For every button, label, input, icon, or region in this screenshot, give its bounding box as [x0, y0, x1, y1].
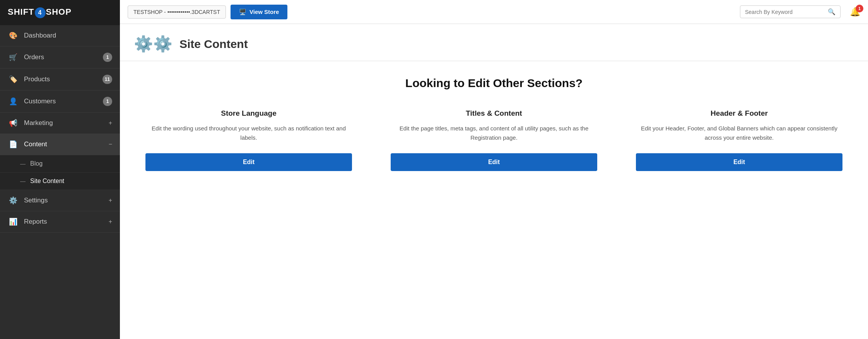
content-icon: 📄: [8, 140, 19, 149]
customers-icon: 👤: [8, 97, 19, 106]
search-input[interactable]: [745, 9, 828, 15]
main-area: TESTSHOP - ••••••••••••.3DCARTST 🖥️ View…: [120, 0, 868, 339]
products-icon: 🏷️: [8, 75, 19, 84]
topbar: TESTSHOP - ••••••••••••.3DCARTST 🖥️ View…: [120, 0, 868, 24]
sidebar-label-site-content: Site Content: [30, 178, 64, 185]
store-url-button[interactable]: TESTSHOP - ••••••••••••.3DCARTST: [128, 5, 226, 19]
notification-button[interactable]: 🔔 1: [850, 7, 860, 17]
sidebar-label-orders: Orders: [24, 53, 103, 61]
sidebar-item-orders[interactable]: 🛒 Orders 1: [0, 46, 120, 68]
cards-grid: Store Language Edit the wording used thr…: [134, 105, 854, 179]
logo-part2: SHOP: [46, 7, 72, 17]
sidebar-label-settings: Settings: [24, 197, 106, 204]
sidebar-item-blog[interactable]: — Blog: [0, 155, 120, 173]
reports-expand: +: [109, 218, 112, 225]
content-expand: −: [109, 141, 112, 148]
card-store-language-edit-button[interactable]: Edit: [145, 153, 352, 171]
orders-icon: 🛒: [8, 53, 19, 62]
card-titles-content-edit-button[interactable]: Edit: [391, 153, 597, 171]
logo: SHIFT4SHOP: [0, 0, 120, 25]
products-badge: 11: [103, 75, 112, 84]
view-store-label: View Store: [249, 9, 279, 15]
sidebar-item-settings[interactable]: ⚙️ Settings +: [0, 190, 120, 211]
card-header-footer: Header & Footer Edit your Header, Footer…: [624, 105, 854, 179]
sidebar-item-content[interactable]: 📄 Content −: [0, 134, 120, 155]
card-titles-content: Titles & Content Edit the page titles, m…: [379, 105, 609, 179]
search-box: 🔍: [740, 5, 841, 18]
reports-icon: 📊: [8, 217, 19, 226]
sidebar-label-customers: Customers: [24, 98, 103, 105]
sidebar: SHIFT4SHOP 🎨 Dashboard 🛒 Orders 1 🏷️ Pro…: [0, 0, 120, 339]
sidebar-item-marketing[interactable]: 📢 Marketing +: [0, 113, 120, 134]
view-store-button[interactable]: 🖥️ View Store: [231, 5, 287, 19]
page-title: Site Content: [179, 38, 248, 51]
monitor-icon: 🖥️: [239, 9, 246, 15]
settings-expand: +: [109, 197, 112, 204]
customers-badge: 1: [103, 97, 112, 106]
cards-section: Looking to Edit Other Sections? Store La…: [120, 61, 868, 193]
card-header-footer-edit-button[interactable]: Edit: [636, 153, 842, 171]
orders-badge: 1: [103, 53, 112, 62]
sidebar-item-dashboard[interactable]: 🎨 Dashboard: [0, 25, 120, 46]
sidebar-label-reports: Reports: [24, 218, 106, 226]
card-header-footer-desc: Edit your Header, Footer, and Global Ban…: [636, 124, 842, 142]
dashboard-icon: 🎨: [8, 31, 19, 40]
settings-icon: ⚙️: [8, 196, 19, 205]
content-area: ⚙️⚙️ Site Content Looking to Edit Other …: [120, 24, 868, 339]
logo-four: 4: [35, 7, 46, 18]
blog-dash: —: [20, 161, 26, 167]
cards-heading: Looking to Edit Other Sections?: [134, 77, 854, 90]
sidebar-item-products[interactable]: 🏷️ Products 11: [0, 68, 120, 91]
search-icon[interactable]: 🔍: [828, 8, 836, 15]
sidebar-item-site-content[interactable]: — Site Content: [0, 173, 120, 190]
notification-badge: 1: [856, 5, 863, 12]
logo-part1: SHIFT: [8, 7, 34, 17]
sidebar-label-blog: Blog: [30, 160, 43, 167]
card-titles-content-desc: Edit the page titles, meta tags, and con…: [391, 124, 597, 142]
page-header: ⚙️⚙️ Site Content: [120, 24, 868, 61]
page-header-icon: ⚙️⚙️: [134, 35, 173, 53]
sidebar-item-reports[interactable]: 📊 Reports +: [0, 211, 120, 233]
marketing-expand: +: [109, 120, 112, 127]
site-content-dash: —: [20, 178, 26, 184]
card-titles-content-title: Titles & Content: [466, 109, 522, 118]
content-subnav: — Blog — Site Content: [0, 155, 120, 190]
sidebar-label-dashboard: Dashboard: [24, 32, 112, 39]
sidebar-label-products: Products: [24, 75, 103, 83]
marketing-icon: 📢: [8, 119, 19, 127]
card-header-footer-title: Header & Footer: [711, 109, 768, 118]
card-store-language: Store Language Edit the wording used thr…: [134, 105, 364, 179]
sidebar-label-marketing: Marketing: [24, 119, 106, 127]
card-store-language-desc: Edit the wording used throughout your we…: [145, 124, 352, 142]
sidebar-label-content: Content: [24, 140, 106, 148]
card-store-language-title: Store Language: [221, 109, 277, 118]
sidebar-item-customers[interactable]: 👤 Customers 1: [0, 91, 120, 113]
